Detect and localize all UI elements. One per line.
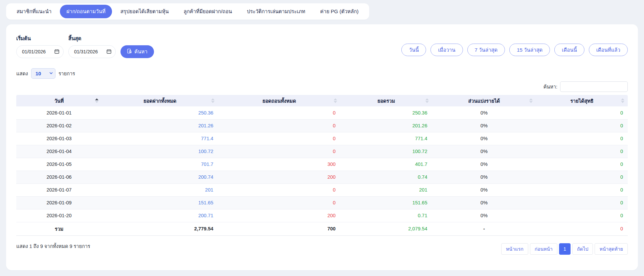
withdraw-cell: 0 xyxy=(218,132,340,145)
pagination-prev-button[interactable]: ก่อนหน้า xyxy=(530,243,557,255)
withdraw-cell: 200 xyxy=(218,209,340,222)
net-revenue-cell: 0 xyxy=(536,145,628,158)
start-date-field: เริ่มต้น xyxy=(16,34,64,58)
file-search-icon xyxy=(127,49,132,55)
deposit-cell: 100.72 xyxy=(102,145,218,158)
total-cell: 201 xyxy=(340,183,432,196)
revenue-share-cell: 0% xyxy=(432,119,536,132)
revenue-share-cell: 0% xyxy=(432,145,536,158)
date-cell: 2026-01-07 xyxy=(16,183,102,196)
net-revenue-cell: 0 xyxy=(536,171,628,183)
table-body: 2026-01-01250.360250.360%02026-01-02201.… xyxy=(16,106,628,222)
column-header-label: ยอดรวม xyxy=(377,98,395,104)
total-revenue-share-cell: - xyxy=(432,222,536,235)
sort-icon xyxy=(529,98,533,103)
column-header-label: ยอดฝากทั้งหมด xyxy=(143,98,176,104)
sort-icon xyxy=(211,98,215,103)
total-cell: 771.4 xyxy=(340,132,432,145)
column-header-label: วันที่ xyxy=(54,98,64,104)
date-cell: 2026-01-04 xyxy=(16,145,102,158)
search-button-label: ค้นหา xyxy=(134,48,148,56)
table-row: 2026-01-05701.7300401.70%0 xyxy=(16,158,628,171)
table-header-row: วันที่ยอดฝากทั้งหมดยอดถอนทั้งหมดยอดรวมส่… xyxy=(16,95,628,106)
withdraw-cell: 0 xyxy=(218,183,340,196)
tab-1[interactable]: สมาชิกที่แนะนำ xyxy=(10,5,58,18)
total-cell: 100.72 xyxy=(340,145,432,158)
quick-range-5[interactable]: เดือนนี้ xyxy=(554,44,584,56)
tab-6[interactable]: ค่าย PG (ตัวหลัก) xyxy=(314,5,365,18)
net-revenue-cell: 0 xyxy=(536,158,628,171)
table-row: 2026-01-0720102010%0 xyxy=(16,183,628,196)
net-revenue-cell: 0 xyxy=(536,119,628,132)
date-cell: 2026-01-06 xyxy=(16,171,102,183)
column-header-label: ยอดถอนทั้งหมด xyxy=(262,98,296,104)
column-header-3[interactable]: ยอดถอนทั้งหมด xyxy=(218,95,340,106)
withdraw-cell: 0 xyxy=(218,119,340,132)
tab-4[interactable]: ลูกค้าที่มียอดฝาก/ถอน xyxy=(177,5,239,18)
end-date-field: สิ้นสุด xyxy=(68,34,116,58)
column-header-6[interactable]: รายได้สุทธิ xyxy=(536,95,628,106)
total-net-revenue-cell: 0 xyxy=(536,222,628,235)
date-cell: 2026-01-01 xyxy=(16,106,102,119)
table-search-row: ค้นหา: xyxy=(16,81,628,92)
date-cell: 2026-01-03 xyxy=(16,132,102,145)
main-card: เริ่มต้น สิ้นสุด xyxy=(6,24,638,270)
length-suffix-label: รายการ xyxy=(59,70,75,77)
end-date-input[interactable] xyxy=(68,45,116,58)
deposit-cell: 201 xyxy=(102,183,218,196)
sort-up-arrow xyxy=(529,98,533,100)
deposit-cell: 771.4 xyxy=(102,132,218,145)
quick-range-2[interactable]: เมื่อวาน xyxy=(430,44,463,56)
sort-down-arrow xyxy=(334,101,337,103)
sort-down-arrow xyxy=(425,101,429,103)
quick-range-3[interactable]: 7 วันล่าสุด xyxy=(467,44,505,56)
sort-up-arrow xyxy=(334,98,337,100)
quick-range-group: วันนี้เมื่อวาน7 วันล่าสุด15 วันล่าสุดเดื… xyxy=(401,44,628,56)
results-info-text: แสดง 1 ถึง 9 จากทั้งหมด 9 รายการ xyxy=(16,240,90,250)
revenue-share-cell: 0% xyxy=(432,183,536,196)
tab-bar: สมาชิกที่แนะนำฝาก/ถอนตามวันที่สรุปยอดได้… xyxy=(6,3,369,20)
total-withdraw-cell: 700 xyxy=(218,222,340,235)
column-header-5[interactable]: ส่วนแบ่งรายได้ xyxy=(432,95,536,106)
pagination: หน้าแรกก่อนหน้า1ถัดไปหน้าสุดท้าย xyxy=(501,243,628,255)
page-length-select[interactable]: 10 xyxy=(31,68,55,79)
revenue-share-cell: 0% xyxy=(432,158,536,171)
page-length-row: แสดง 10 รายการ xyxy=(16,68,628,79)
tab-5[interactable]: ประวัติการเล่นตามประเภท xyxy=(240,5,312,18)
total-total-cell: 2,079.54 xyxy=(340,222,432,235)
total-cell: 201.26 xyxy=(340,119,432,132)
deposit-cell: 701.7 xyxy=(102,158,218,171)
revenue-share-cell: 0% xyxy=(432,196,536,209)
total-cell: 401.7 xyxy=(340,158,432,171)
pagination-first-button[interactable]: หน้าแรก xyxy=(501,243,528,255)
tab-3[interactable]: สรุปยอดได้เสียตามหุ้น xyxy=(114,5,175,18)
length-prefix-label: แสดง xyxy=(16,70,28,77)
deposit-cell: 151.65 xyxy=(102,196,218,209)
sort-up-arrow xyxy=(621,98,624,100)
table-row: 2026-01-06200.742000.740%0 xyxy=(16,171,628,183)
total-cell: 0.74 xyxy=(340,171,432,183)
start-date-input[interactable] xyxy=(16,45,64,58)
column-header-2[interactable]: ยอดฝากทั้งหมด xyxy=(102,95,218,106)
card-footer: แสดง 1 ถึง 9 จากทั้งหมด 9 รายการ หน้าแรก… xyxy=(16,240,628,255)
pagination-next-button[interactable]: ถัดไป xyxy=(572,243,593,255)
quick-range-4[interactable]: 15 วันล่าสุด xyxy=(509,44,550,56)
quick-range-6[interactable]: เดือนที่แล้ว xyxy=(589,44,628,56)
search-button[interactable]: ค้นหา xyxy=(120,45,154,58)
start-date-label: เริ่มต้น xyxy=(16,34,64,43)
pagination-page-1[interactable]: 1 xyxy=(559,243,571,255)
column-header-1[interactable]: วันที่ xyxy=(16,95,102,106)
table-row: 2026-01-03771.40771.40%0 xyxy=(16,132,628,145)
quick-range-1[interactable]: วันนี้ xyxy=(401,44,426,56)
sort-up-arrow xyxy=(95,98,98,100)
table-search-input[interactable] xyxy=(560,81,628,92)
date-cell: 2026-01-09 xyxy=(16,196,102,209)
withdraw-cell: 0 xyxy=(218,106,340,119)
column-header-4[interactable]: ยอดรวม xyxy=(340,95,432,106)
deposit-cell: 200.71 xyxy=(102,209,218,222)
table-row: 2026-01-20200.712000.710%0 xyxy=(16,209,628,222)
pagination-last-button[interactable]: หน้าสุดท้าย xyxy=(595,243,628,255)
revenue-share-cell: 0% xyxy=(432,106,536,119)
column-header-label: รายได้สุทธิ xyxy=(570,98,593,104)
tab-2[interactable]: ฝาก/ถอนตามวันที่ xyxy=(60,5,112,18)
